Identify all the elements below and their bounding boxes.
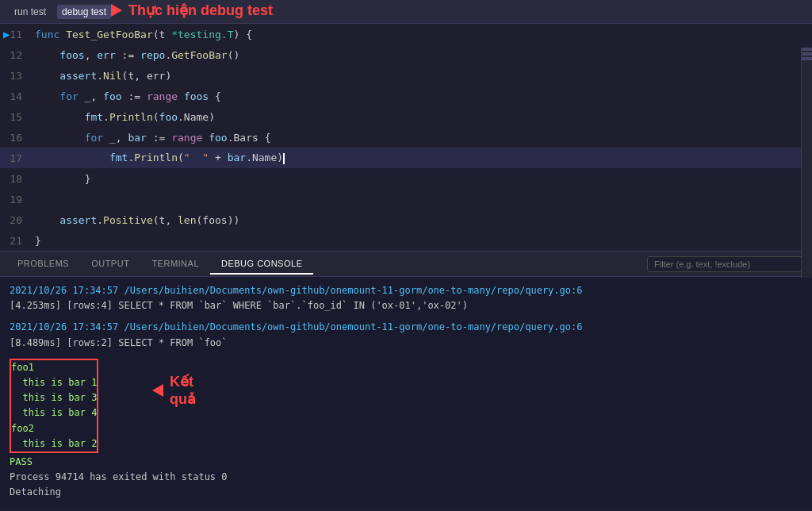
code-content-20: assert.Positive(t, len(foos)) bbox=[32, 214, 239, 226]
console-output: 2021/10/26 17:34:57 /Users/buihien/Docum… bbox=[0, 277, 812, 505]
code-line-19: 19 bbox=[0, 189, 812, 209]
code-content-14: for _, foo := range foos { bbox=[32, 90, 221, 102]
code-content-17: fmt.Println(" " + bar.Name) bbox=[32, 152, 285, 164]
code-line-16: 16 for _, bar := range foo.Bars { bbox=[0, 127, 812, 148]
line-num-21: 21 bbox=[0, 235, 32, 247]
code-line-18: 18 } bbox=[0, 168, 812, 189]
code-line-14: 14 for _, foo := range foos { bbox=[0, 86, 812, 106]
debug-test-button[interactable]: debug test bbox=[57, 5, 111, 19]
toolbar-annotation: Thực hiện debug test bbox=[111, 2, 273, 19]
panel-tabs-left: PROBLEMS OUTPUT TERMINAL DEBUG CONSOLE bbox=[6, 254, 313, 275]
console-empty-1 bbox=[10, 313, 802, 320]
code-line-20: 20 assert.Positive(t, len(foos)) bbox=[0, 209, 812, 230]
result-bar4: this is bar 4 bbox=[11, 405, 97, 421]
code-line-11: ▶ 11 func Test_GetFooBar(t *testing.T) { bbox=[0, 24, 812, 44]
bottom-panel: PROBLEMS OUTPUT TERMINAL DEBUG CONSOLE 2… bbox=[0, 251, 812, 505]
result-block: foo1 this is bar 1 this is bar 3 this is… bbox=[10, 357, 98, 455]
console-line-3: 2021/10/26 17:34:57 /Users/buihien/Docum… bbox=[10, 320, 802, 335]
result-bar3: this is bar 3 bbox=[11, 390, 97, 405]
code-line-13: 13 assert.Nil(t, err) bbox=[0, 65, 812, 86]
code-editor-wrapper: ▶ 11 func Test_GetFooBar(t *testing.T) {… bbox=[0, 24, 812, 251]
toolbar: run test debug test Thực hiện debug test bbox=[0, 0, 812, 24]
filter-input[interactable] bbox=[647, 256, 806, 272]
line-num-12: 12 bbox=[0, 49, 32, 61]
result-annotation-text: Kết quả bbox=[170, 373, 196, 408]
result-foo1: foo1 bbox=[11, 360, 97, 375]
code-line-21: 21 } bbox=[0, 230, 812, 251]
line-num-14: 14 bbox=[0, 90, 32, 102]
debug-pointer: ▶ bbox=[3, 28, 10, 40]
line-num-17: 17 bbox=[0, 152, 32, 164]
code-content-15: fmt.Println(foo.Name) bbox=[32, 111, 215, 123]
console-empty-2 bbox=[10, 351, 802, 357]
tab-problems[interactable]: PROBLEMS bbox=[6, 254, 80, 275]
console-process: Process 94714 has exited with status 0 bbox=[10, 470, 802, 485]
result-box: foo1 this is bar 1 this is bar 3 this is… bbox=[10, 359, 98, 453]
console-pass: PASS bbox=[10, 455, 802, 470]
console-line-1: 2021/10/26 17:34:57 /Users/buihien/Docum… bbox=[10, 283, 802, 298]
panel-tabs: PROBLEMS OUTPUT TERMINAL DEBUG CONSOLE bbox=[0, 252, 812, 277]
code-content-12: foos, err := repo.GetFooBar() bbox=[32, 49, 239, 61]
code-content-16: for _, bar := range foo.Bars { bbox=[32, 132, 270, 144]
minimap bbox=[801, 48, 812, 278]
code-content-13: assert.Nil(t, err) bbox=[32, 70, 171, 82]
result-bar2: this is bar 2 bbox=[11, 436, 97, 451]
tab-terminal[interactable]: TERMINAL bbox=[140, 254, 210, 275]
code-content-18: } bbox=[32, 173, 90, 185]
line-num-18: 18 bbox=[0, 173, 32, 185]
annotation-text: Thực hiện debug test bbox=[128, 2, 273, 19]
console-line-2: [4.253ms] [rows:4] SELECT * FROM `bar` W… bbox=[10, 298, 802, 313]
line-num-20: 20 bbox=[0, 214, 32, 226]
code-editor: ▶ 11 func Test_GetFooBar(t *testing.T) {… bbox=[0, 24, 812, 251]
result-annotation: Kết quả bbox=[152, 373, 196, 408]
tab-output[interactable]: OUTPUT bbox=[80, 254, 140, 275]
run-test-button[interactable]: run test bbox=[10, 5, 51, 19]
console-detach: Detaching bbox=[10, 485, 802, 500]
line-num-15: 15 bbox=[0, 111, 32, 123]
result-bar1: this is bar 1 bbox=[11, 375, 97, 390]
arrow-icon bbox=[111, 4, 122, 17]
code-line-12: 12 foos, err := repo.GetFooBar() bbox=[0, 44, 812, 65]
line-num-13: 13 bbox=[0, 70, 32, 82]
result-foo2: foo2 bbox=[11, 421, 97, 436]
tab-debug-console[interactable]: DEBUG CONSOLE bbox=[210, 254, 313, 275]
code-content-11: func Test_GetFooBar(t *testing.T) { bbox=[32, 29, 252, 40]
code-line-17: 17 fmt.Println(" " + bar.Name) bbox=[0, 148, 812, 168]
console-line-4: [8.489ms] [rows:2] SELECT * FROM `foo` bbox=[10, 336, 802, 351]
code-content-21: } bbox=[32, 235, 41, 247]
code-line-15: 15 fmt.Println(foo.Name) bbox=[0, 106, 812, 127]
line-num-16: 16 bbox=[0, 132, 32, 144]
result-arrow-icon bbox=[152, 384, 163, 397]
line-num-19: 19 bbox=[0, 194, 32, 206]
